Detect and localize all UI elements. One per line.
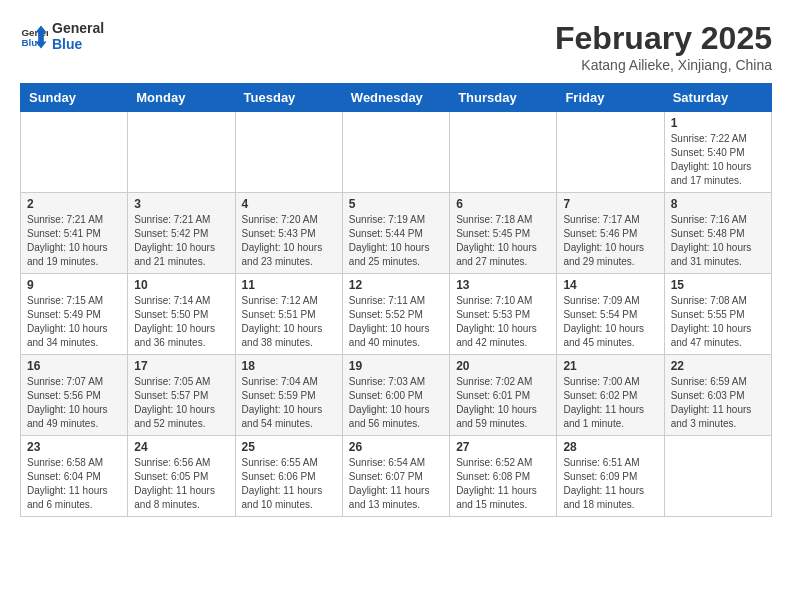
day-number: 19 [349, 359, 443, 373]
day-number: 25 [242, 440, 336, 454]
day-number: 11 [242, 278, 336, 292]
calendar-day-cell [450, 112, 557, 193]
day-number: 16 [27, 359, 121, 373]
calendar-week-row: 23Sunrise: 6:58 AM Sunset: 6:04 PM Dayli… [21, 436, 772, 517]
calendar-day-cell: 20Sunrise: 7:02 AM Sunset: 6:01 PM Dayli… [450, 355, 557, 436]
day-number: 3 [134, 197, 228, 211]
day-number: 9 [27, 278, 121, 292]
calendar-day-cell: 22Sunrise: 6:59 AM Sunset: 6:03 PM Dayli… [664, 355, 771, 436]
calendar-day-cell: 6Sunrise: 7:18 AM Sunset: 5:45 PM Daylig… [450, 193, 557, 274]
day-info: Sunrise: 7:05 AM Sunset: 5:57 PM Dayligh… [134, 375, 228, 431]
day-number: 12 [349, 278, 443, 292]
calendar-day-cell: 18Sunrise: 7:04 AM Sunset: 5:59 PM Dayli… [235, 355, 342, 436]
day-info: Sunrise: 7:19 AM Sunset: 5:44 PM Dayligh… [349, 213, 443, 269]
day-info: Sunrise: 6:52 AM Sunset: 6:08 PM Dayligh… [456, 456, 550, 512]
calendar-day-cell: 9Sunrise: 7:15 AM Sunset: 5:49 PM Daylig… [21, 274, 128, 355]
calendar-day-cell: 25Sunrise: 6:55 AM Sunset: 6:06 PM Dayli… [235, 436, 342, 517]
day-number: 5 [349, 197, 443, 211]
calendar-day-cell: 24Sunrise: 6:56 AM Sunset: 6:05 PM Dayli… [128, 436, 235, 517]
day-number: 15 [671, 278, 765, 292]
calendar-day-cell: 7Sunrise: 7:17 AM Sunset: 5:46 PM Daylig… [557, 193, 664, 274]
calendar-week-row: 2Sunrise: 7:21 AM Sunset: 5:41 PM Daylig… [21, 193, 772, 274]
day-number: 4 [242, 197, 336, 211]
day-info: Sunrise: 7:12 AM Sunset: 5:51 PM Dayligh… [242, 294, 336, 350]
day-number: 27 [456, 440, 550, 454]
day-info: Sunrise: 7:16 AM Sunset: 5:48 PM Dayligh… [671, 213, 765, 269]
weekday-header: Sunday [21, 84, 128, 112]
calendar-day-cell: 12Sunrise: 7:11 AM Sunset: 5:52 PM Dayli… [342, 274, 449, 355]
day-number: 23 [27, 440, 121, 454]
day-number: 7 [563, 197, 657, 211]
calendar-day-cell: 27Sunrise: 6:52 AM Sunset: 6:08 PM Dayli… [450, 436, 557, 517]
logo-icon: General Blue [20, 22, 48, 50]
calendar-table: SundayMondayTuesdayWednesdayThursdayFrid… [20, 83, 772, 517]
calendar-week-row: 1Sunrise: 7:22 AM Sunset: 5:40 PM Daylig… [21, 112, 772, 193]
calendar-day-cell: 23Sunrise: 6:58 AM Sunset: 6:04 PM Dayli… [21, 436, 128, 517]
day-number: 21 [563, 359, 657, 373]
day-info: Sunrise: 7:15 AM Sunset: 5:49 PM Dayligh… [27, 294, 121, 350]
day-number: 28 [563, 440, 657, 454]
calendar-day-cell [235, 112, 342, 193]
day-number: 18 [242, 359, 336, 373]
day-number: 6 [456, 197, 550, 211]
calendar-day-cell: 3Sunrise: 7:21 AM Sunset: 5:42 PM Daylig… [128, 193, 235, 274]
calendar-day-cell: 19Sunrise: 7:03 AM Sunset: 6:00 PM Dayli… [342, 355, 449, 436]
day-number: 2 [27, 197, 121, 211]
day-info: Sunrise: 6:51 AM Sunset: 6:09 PM Dayligh… [563, 456, 657, 512]
day-info: Sunrise: 7:22 AM Sunset: 5:40 PM Dayligh… [671, 132, 765, 188]
day-info: Sunrise: 7:21 AM Sunset: 5:41 PM Dayligh… [27, 213, 121, 269]
day-number: 17 [134, 359, 228, 373]
day-info: Sunrise: 7:20 AM Sunset: 5:43 PM Dayligh… [242, 213, 336, 269]
calendar-day-cell [21, 112, 128, 193]
calendar-day-cell: 14Sunrise: 7:09 AM Sunset: 5:54 PM Dayli… [557, 274, 664, 355]
calendar-day-cell [342, 112, 449, 193]
day-number: 20 [456, 359, 550, 373]
calendar-header-row: SundayMondayTuesdayWednesdayThursdayFrid… [21, 84, 772, 112]
weekday-header: Wednesday [342, 84, 449, 112]
day-info: Sunrise: 7:14 AM Sunset: 5:50 PM Dayligh… [134, 294, 228, 350]
weekday-header: Saturday [664, 84, 771, 112]
day-number: 14 [563, 278, 657, 292]
day-info: Sunrise: 7:08 AM Sunset: 5:55 PM Dayligh… [671, 294, 765, 350]
calendar-day-cell: 1Sunrise: 7:22 AM Sunset: 5:40 PM Daylig… [664, 112, 771, 193]
day-info: Sunrise: 7:03 AM Sunset: 6:00 PM Dayligh… [349, 375, 443, 431]
calendar-day-cell: 10Sunrise: 7:14 AM Sunset: 5:50 PM Dayli… [128, 274, 235, 355]
calendar-day-cell: 26Sunrise: 6:54 AM Sunset: 6:07 PM Dayli… [342, 436, 449, 517]
calendar-day-cell: 16Sunrise: 7:07 AM Sunset: 5:56 PM Dayli… [21, 355, 128, 436]
calendar-day-cell: 15Sunrise: 7:08 AM Sunset: 5:55 PM Dayli… [664, 274, 771, 355]
weekday-header: Friday [557, 84, 664, 112]
logo-general: General [52, 20, 104, 36]
calendar-day-cell: 5Sunrise: 7:19 AM Sunset: 5:44 PM Daylig… [342, 193, 449, 274]
calendar-day-cell: 2Sunrise: 7:21 AM Sunset: 5:41 PM Daylig… [21, 193, 128, 274]
day-number: 26 [349, 440, 443, 454]
day-info: Sunrise: 7:04 AM Sunset: 5:59 PM Dayligh… [242, 375, 336, 431]
day-info: Sunrise: 6:58 AM Sunset: 6:04 PM Dayligh… [27, 456, 121, 512]
day-number: 13 [456, 278, 550, 292]
day-number: 22 [671, 359, 765, 373]
calendar-week-row: 9Sunrise: 7:15 AM Sunset: 5:49 PM Daylig… [21, 274, 772, 355]
day-info: Sunrise: 7:10 AM Sunset: 5:53 PM Dayligh… [456, 294, 550, 350]
calendar-day-cell [557, 112, 664, 193]
day-info: Sunrise: 7:09 AM Sunset: 5:54 PM Dayligh… [563, 294, 657, 350]
header: General Blue General Blue February 2025 … [20, 20, 772, 73]
day-info: Sunrise: 7:00 AM Sunset: 6:02 PM Dayligh… [563, 375, 657, 431]
weekday-header: Monday [128, 84, 235, 112]
day-number: 8 [671, 197, 765, 211]
day-info: Sunrise: 7:07 AM Sunset: 5:56 PM Dayligh… [27, 375, 121, 431]
page-subtitle: Katang Ailieke, Xinjiang, China [555, 57, 772, 73]
day-number: 10 [134, 278, 228, 292]
calendar-week-row: 16Sunrise: 7:07 AM Sunset: 5:56 PM Dayli… [21, 355, 772, 436]
calendar-day-cell: 13Sunrise: 7:10 AM Sunset: 5:53 PM Dayli… [450, 274, 557, 355]
day-info: Sunrise: 7:21 AM Sunset: 5:42 PM Dayligh… [134, 213, 228, 269]
day-info: Sunrise: 7:18 AM Sunset: 5:45 PM Dayligh… [456, 213, 550, 269]
calendar-day-cell: 17Sunrise: 7:05 AM Sunset: 5:57 PM Dayli… [128, 355, 235, 436]
calendar-day-cell [128, 112, 235, 193]
day-info: Sunrise: 6:59 AM Sunset: 6:03 PM Dayligh… [671, 375, 765, 431]
calendar-day-cell: 4Sunrise: 7:20 AM Sunset: 5:43 PM Daylig… [235, 193, 342, 274]
weekday-header: Thursday [450, 84, 557, 112]
calendar-day-cell [664, 436, 771, 517]
calendar-day-cell: 21Sunrise: 7:00 AM Sunset: 6:02 PM Dayli… [557, 355, 664, 436]
logo-blue: Blue [52, 36, 104, 52]
calendar-day-cell: 8Sunrise: 7:16 AM Sunset: 5:48 PM Daylig… [664, 193, 771, 274]
page-title: February 2025 [555, 20, 772, 57]
